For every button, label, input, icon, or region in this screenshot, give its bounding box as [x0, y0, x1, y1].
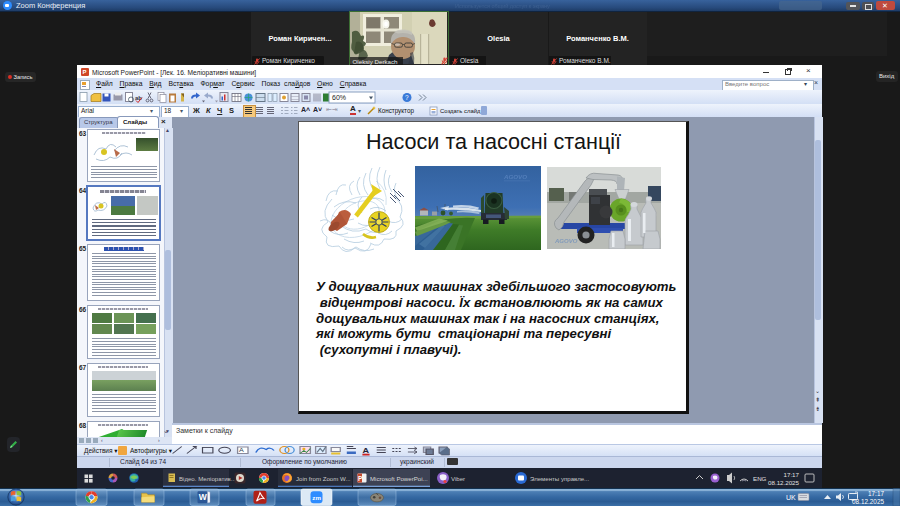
svg-text:17:17: 17:17: [784, 471, 800, 478]
svg-text:Відео. Меліоратив...: Відео. Меліоратив...: [179, 475, 236, 482]
svg-text:zm: zm: [312, 494, 321, 501]
svg-text:Join from Zoom W...: Join from Zoom W...: [296, 475, 351, 482]
svg-text:A: A: [239, 447, 245, 453]
svg-text:Microsoft PowerPoi...: Microsoft PowerPoi...: [370, 475, 428, 482]
svg-text:Viber: Viber: [451, 475, 465, 482]
svg-text:17:17: 17:17: [868, 490, 884, 497]
svg-text:A: A: [362, 447, 369, 455]
svg-text:AGOVO: AGOVO: [554, 238, 578, 244]
svg-text:UK: UK: [786, 494, 796, 501]
svg-text:08.12.2025: 08.12.2025: [768, 479, 800, 486]
svg-text:08.12.2025: 08.12.2025: [852, 498, 884, 505]
svg-text:ab: ab: [135, 95, 142, 101]
svg-text:ENG: ENG: [753, 475, 767, 482]
svg-text:P: P: [358, 475, 363, 482]
svg-text:AGOVO: AGOVO: [503, 173, 527, 180]
svg-text:60%: 60%: [332, 94, 346, 101]
svg-text:Элементы управле...: Элементы управле...: [530, 475, 589, 482]
svg-text:?: ?: [405, 94, 409, 101]
svg-text:W: W: [199, 492, 208, 502]
